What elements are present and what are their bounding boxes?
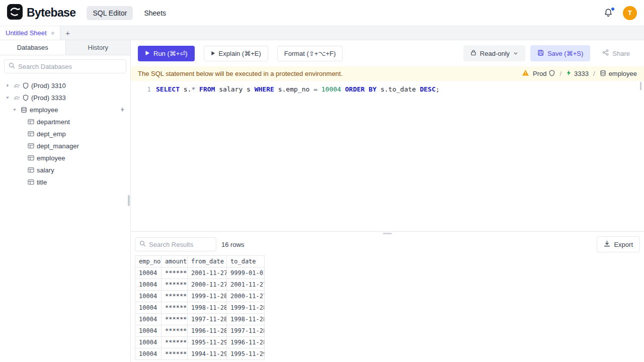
sql-token: s. [180,85,191,93]
tree-item-salary[interactable]: salary [0,164,130,176]
tab-history[interactable]: History [65,40,131,55]
top-bar-right: T [604,6,637,20]
cell-from_date: 1998-11-28 [188,302,227,314]
database-tree: (Prod) 3310(Prod) 3333employeedepartment… [0,77,130,188]
tab-databases[interactable]: Databases [0,40,65,55]
bytebase-logo[interactable]: Bytebase [7,4,75,22]
tree-item-label: title [37,178,47,186]
export-button-label: Export [614,241,633,248]
tree-item-dept-emp[interactable]: dept_emp [0,128,130,140]
cell-from_date: 1997-11-28 [188,314,227,325]
results-search-input[interactable] [149,241,212,248]
cell-to_date: 9999-01-01 [227,267,265,279]
share-button-label: Share [612,50,630,57]
tree-item-label: department [37,118,70,126]
cell-from_date: 1999-11-28 [188,291,227,302]
sql-token: DESC [420,85,435,93]
cell-to_date: 1996-11-28 [227,337,265,348]
save-icon [537,49,544,57]
sidebar-scrollbar[interactable] [128,195,130,206]
cell-amount: ****** [162,279,188,291]
table-row: 10004******2000-11-272001-11-27 [135,279,265,291]
sql-token: 10004 [321,85,341,93]
chevron-down-icon [513,50,518,57]
sql-token: s.emp_no [274,85,313,93]
bolt-icon[interactable] [120,107,125,113]
table-icon [28,155,34,161]
chevron-down-icon[interactable] [11,107,18,112]
avatar[interactable]: T [623,6,637,20]
explain-button[interactable]: Explain (⌘+E) [204,46,268,61]
table-row: 10004******1996-11-281997-11-28 [135,325,265,337]
column-header-from_date: from_date [188,256,227,267]
environment-selector[interactable]: Prod [533,70,555,78]
run-button[interactable]: Run (⌘+⏎) [138,46,195,61]
cell-amount: ****** [162,314,188,325]
tree-item-employee[interactable]: employee [0,152,130,164]
format-button[interactable]: Format (⇧+⌥+F) [277,46,343,61]
editor-scrollbar[interactable] [640,82,641,90]
database-search-input[interactable] [18,63,122,70]
environment-label: Prod [533,70,546,77]
cell-emp_no: 10004 [135,325,162,337]
chevron-right-icon[interactable] [4,83,11,88]
nav-sql-editor[interactable]: SQL Editor [87,6,133,20]
tree-item-label: employee [30,106,58,114]
shield-icon [549,70,555,78]
protected-env-notice: The SQL statement below will be executed… [131,66,644,81]
tree-item-prod-3310[interactable]: (Prod) 3310 [0,79,130,92]
sql-editor[interactable]: 1 SELECT s.* FROM salary s WHERE s.emp_n… [131,81,644,231]
warning-icon [522,69,529,78]
table-icon [28,167,34,173]
tab-untitled-sheet[interactable]: Untitled Sheet [0,26,60,40]
instance-selector[interactable]: 3333 [566,70,589,77]
format-button-label: Format (⇧+⌥+F) [284,50,336,57]
tree-item-label: (Prod) 3333 [31,94,66,102]
sql-token: FROM [199,85,215,93]
cell-from_date: 2001-11-27 [188,267,227,279]
cell-amount: ****** [162,325,188,337]
notification-dot [611,8,614,11]
table-row: 10004******1994-11-291995-11-29 [135,348,265,360]
sheet-dirty-dot [51,32,54,35]
brand-name: Bytebase [27,6,75,20]
share-button[interactable]: Share [595,45,637,61]
tree-item-dept-manager[interactable]: dept_manager [0,140,130,152]
notification-bell-icon[interactable] [604,8,614,18]
readonly-mode-button[interactable]: Read-only [463,45,525,61]
main-panel: Run (⌘+⏎) Explain (⌘+E) Format (⇧+⌥+F) R… [131,40,644,362]
tree-item-label: dept_emp [37,130,66,138]
cell-from_date: 1994-11-29 [188,348,227,360]
top-nav: SQL Editor Sheets [87,6,172,20]
result-table: emp_noamountfrom_dateto_date 10004******… [135,255,265,360]
sheet-tab-label: Untitled Sheet [6,29,47,37]
column-header-amount: amount [162,256,188,267]
tree-item-department[interactable]: department [0,116,130,128]
sql-token: BY [369,85,377,93]
panel-splitter[interactable] [131,231,644,235]
add-sheet-button[interactable]: + [60,26,75,40]
sql-token: salary s [215,85,254,93]
chevron-down-icon[interactable] [4,95,11,100]
sidebar: Databases History (Prod) 3310(Prod) 3333… [0,40,131,362]
results-toolbar: 16 rows Export [131,235,644,253]
cell-to_date: 1997-11-28 [227,325,265,337]
column-header-to_date: to_date [227,256,265,267]
tree-item-prod-3333[interactable]: (Prod) 3333 [0,92,130,104]
export-button[interactable]: Export [597,236,640,252]
result-table-head: emp_noamountfrom_dateto_date [135,256,265,267]
cell-to_date: 2001-11-27 [227,279,265,291]
sheet-tab-strip: Untitled Sheet + [0,26,644,40]
search-icon [9,62,15,71]
tree-item-employee[interactable]: employee [0,104,130,116]
save-button[interactable]: Save (⌘+S) [530,45,590,61]
tree-item-title[interactable]: title [0,176,130,188]
nav-sheets[interactable]: Sheets [138,6,172,20]
instance-label: 3333 [574,70,589,77]
editor-toolbar: Run (⌘+⏎) Explain (⌘+E) Format (⇧+⌥+F) R… [131,40,644,66]
code-line: 1 SELECT s.* FROM salary s WHERE s.emp_n… [131,84,644,94]
database-selector[interactable]: employee [600,70,637,78]
splitter-grip-icon[interactable] [383,233,392,234]
database-icon [600,70,606,78]
cell-amount: ****** [162,348,188,360]
